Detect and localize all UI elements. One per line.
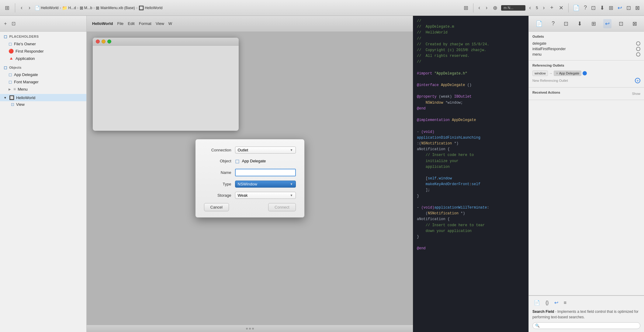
nav-prev-btn[interactable]: ‹ (527, 3, 533, 12)
ref-outlet-badge-x[interactable]: ✕ (556, 72, 558, 75)
left-add-btn[interactable]: + (2, 20, 8, 27)
connections-inspector-btn[interactable]: ↩ (616, 3, 623, 12)
grid-view-btn[interactable]: ⊞ (462, 3, 470, 12)
inspector-3-btn[interactable]: ⊡ (590, 3, 597, 12)
name-input-container (235, 169, 296, 176)
code-line-18: @implementation AppDelegate (417, 117, 525, 123)
modal-type-row: Type NSWindow ▼ (204, 181, 296, 188)
breadcrumb-helloworld[interactable]: 📄 HelloWorld (35, 5, 58, 10)
storage-dropdown[interactable]: Weak ▼ (235, 192, 296, 199)
inspector-connections-btn[interactable]: ↩ (603, 19, 611, 28)
outlets-title: Outlets (532, 35, 640, 38)
outlet-name-menu: menu (532, 52, 542, 57)
connect-button[interactable]: Connect (268, 203, 296, 211)
sidebar-toggle-btn[interactable]: ⊞ (3, 3, 11, 12)
inspector-2-btn[interactable]: ? (583, 3, 588, 12)
breadcrumb-sep-4: › (136, 6, 137, 10)
breadcrumb-helloworld-xib[interactable]: 🔲 HelloWorld (139, 5, 162, 10)
menu-expand-arrow: ▶ (9, 88, 11, 91)
sidebar: ◻ Placeholders ◻ File's Owner 🔴 First Re… (0, 32, 86, 332)
code-line-5: // Created by zhaojw on 15/8/24. (417, 42, 525, 47)
sidebar-item-view[interactable]: ⊡ View (0, 101, 86, 108)
main-area: + ⊡ ◻ Placeholders ◻ File's Owner 🔴 (0, 16, 644, 332)
type-dropdown[interactable]: NSWindow ▼ (235, 181, 296, 188)
connection-value: Outlet (238, 148, 248, 152)
code-line-35: aNotification { (417, 216, 525, 222)
ref-outlets-section: Referencing Outlets window → ✕ App Deleg… (529, 61, 644, 88)
inspector-5-btn[interactable]: ⊞ (608, 3, 615, 12)
breadcrumb-mb[interactable]: ⊠ M...b (80, 5, 92, 10)
close-tab-btn[interactable]: ✕ (557, 3, 565, 12)
format-menu[interactable]: Format (139, 21, 151, 26)
bottom-code-btn[interactable]: {} (544, 299, 550, 306)
inspector-7-btn[interactable]: ⊡ (625, 3, 632, 12)
breadcrumb-label-1: H...d (68, 6, 76, 10)
code-line-8: // (417, 59, 525, 65)
view-icon: ⊡ (11, 102, 14, 107)
outlet-row-menu: menu (532, 52, 640, 57)
show-link[interactable]: Show (632, 92, 640, 95)
bottom-file-btn[interactable]: 📄 (532, 299, 542, 306)
back-btn[interactable]: ‹ (19, 3, 24, 12)
link-btn[interactable]: ⊕ (491, 3, 499, 12)
sidebar-item-helloworld[interactable]: ▼ 🔲 HelloWorld (0, 94, 86, 101)
code-line-23: aNotification { (417, 147, 525, 152)
sidebar-item-appdelegate[interactable]: ◻ App Delegate (0, 71, 86, 78)
jump-bar[interactable]: m N... (501, 5, 525, 11)
window-menu[interactable]: W (168, 21, 172, 26)
sidebar-item-fontmanager[interactable]: ◻ Font Manager (0, 78, 86, 85)
sidebar-item-menu[interactable]: ▶ ≡ Menu (0, 85, 86, 93)
nav-next-btn[interactable]: › (541, 3, 546, 12)
sidebar-item-filesowner[interactable]: ◻ File's Owner (0, 40, 86, 47)
inspector-file-btn[interactable]: 📄 (534, 19, 544, 28)
nav-back-btn[interactable]: ‹ (476, 3, 482, 12)
inspector-8-btn[interactable]: ⊠ (634, 3, 641, 12)
cancel-button[interactable]: Cancel (204, 203, 229, 211)
breadcrumb-label-4: HelloWorld (145, 6, 162, 10)
main-toolbar: ⊞ ‹ › 📄 HelloWorld › 📁 H...d › ⊠ M...b ›… (0, 0, 644, 16)
inspector-grid-btn[interactable]: ⊡ (562, 19, 570, 28)
inspector-bindings-btn[interactable]: ⊡ (617, 19, 625, 28)
bottom-dot-2 (249, 328, 251, 330)
sidebar-item-firstresponder[interactable]: 🔴 First Responder (0, 47, 86, 55)
breadcrumb-sep-3: › (93, 6, 95, 10)
bottom-connections-btn[interactable]: ↩ (553, 299, 560, 306)
inspector-effects-btn[interactable]: ⊠ (631, 19, 639, 28)
modal-object-row: Object ◻ App Delegate (204, 158, 296, 164)
code-line-37: down your application (417, 228, 525, 234)
code-line-33: - (void)applicationWillTerminate: (417, 205, 525, 211)
inspector-attr-btn[interactable]: ⊞ (590, 19, 598, 28)
new-ref-plus[interactable]: + (635, 78, 640, 83)
inspector-1-btn[interactable]: 📄 (572, 3, 581, 12)
type-dropdown-arrow: ▼ (290, 182, 293, 186)
connection-dropdown[interactable]: Outlet ▼ (235, 147, 296, 154)
breadcrumb-mainmenu[interactable]: ⊠ MainMenu.xib (Base) (96, 5, 135, 10)
menu-label: Menu (18, 87, 28, 92)
inspector-size-btn[interactable]: ⬇ (576, 19, 584, 28)
breadcrumb-grid-icon: 🔲 (139, 5, 144, 10)
edit-menu[interactable]: Edit (128, 21, 134, 26)
breadcrumb-folder[interactable]: 📁 H...d (62, 5, 76, 10)
inspector-4-btn[interactable]: ⬇ (599, 3, 606, 12)
modal-buttons: Cancel Connect (204, 203, 296, 211)
modal-connection-row: Connection Outlet ▼ (204, 147, 296, 154)
outlets-section: Outlets delegate initialFirstResponder m… (529, 32, 644, 61)
search-input[interactable] (541, 323, 577, 328)
code-line-30: ]; (417, 187, 525, 193)
sidebar-item-application[interactable]: 🔺 Application (0, 55, 86, 62)
add-tab-btn[interactable]: + (548, 3, 555, 12)
left-panel-toolbar: + ⊡ (0, 16, 86, 32)
outlet-row-delegate: delegate (532, 41, 640, 46)
bottom-bindings-btn[interactable]: ≡ (562, 299, 568, 306)
left-filter-btn[interactable]: ⊡ (10, 20, 17, 27)
name-label: Name (204, 170, 231, 175)
filesowner-icon: ◻ (9, 41, 12, 46)
name-input[interactable] (235, 169, 296, 176)
forward-btn[interactable]: › (27, 3, 32, 12)
breadcrumb-label-0: HelloWorld (41, 6, 58, 10)
file-menu[interactable]: File (117, 21, 123, 26)
nav-forward-btn[interactable]: › (484, 3, 489, 12)
bottom-panel-toolbar: 📄 {} ↩ ≡ (532, 299, 640, 306)
inspector-help-btn[interactable]: ? (550, 19, 556, 28)
view-menu[interactable]: View (156, 21, 164, 26)
